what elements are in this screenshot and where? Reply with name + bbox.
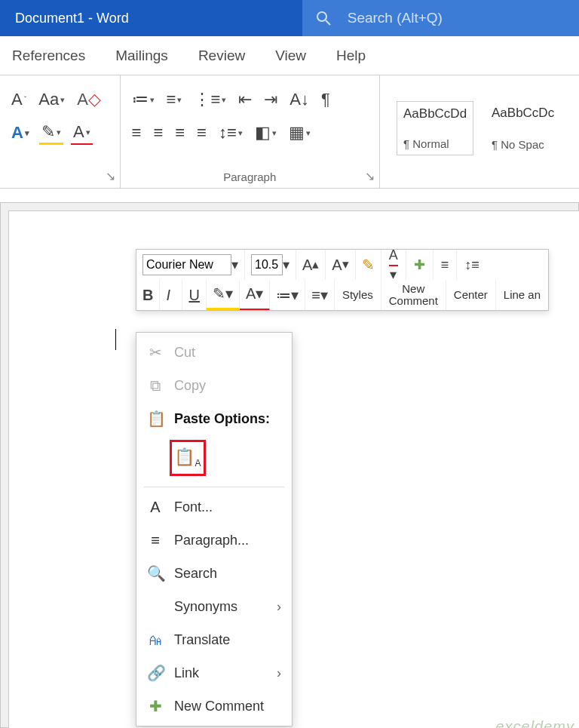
style-name: ¶ Normal bbox=[403, 137, 467, 150]
menu-cut[interactable]: ✂ Cut bbox=[136, 336, 292, 369]
mini-toolbar: ▾ ▾ A▴ A▾ ✎ A▾ ✚ ≡ ↕≡ B I U ✎▾ bbox=[136, 249, 549, 311]
paste-icon: 📋 bbox=[147, 410, 164, 428]
bullets-icon[interactable]: ≔▾ bbox=[130, 88, 157, 111]
menu-label: Synonyms bbox=[174, 599, 237, 615]
paragraph-group-launcher-icon[interactable]: ↘ bbox=[365, 169, 375, 183]
text-cursor bbox=[115, 329, 116, 350]
tab-mailings[interactable]: Mailings bbox=[112, 43, 171, 69]
increase-indent-icon[interactable]: ⇥ bbox=[262, 88, 280, 111]
numbering-icon[interactable]: ≡▾ bbox=[164, 88, 185, 111]
new-comment-button[interactable]: ✚ bbox=[406, 250, 433, 280]
search-placeholder: Search (Alt+Q) bbox=[348, 10, 443, 26]
multilevel-list-icon[interactable]: ⋮≡▾ bbox=[191, 88, 228, 111]
font-group-launcher-icon[interactable]: ↘ bbox=[106, 169, 115, 183]
bold-button[interactable]: B bbox=[136, 280, 160, 310]
style-normal[interactable]: AaBbCcDd ¶ Normal bbox=[397, 101, 473, 155]
borders-icon[interactable]: ▦▾ bbox=[286, 121, 313, 144]
bullets-button[interactable]: ≔▾ bbox=[270, 280, 305, 310]
document-page[interactable]: ▾ ▾ A▴ A▾ ✎ A▾ ✚ ≡ ↕≡ B I U ✎▾ bbox=[8, 210, 579, 728]
menu-synonyms[interactable]: Synonyms › bbox=[136, 590, 292, 623]
ribbon-tab-row: References Mailings Review View Help bbox=[0, 36, 579, 75]
highlight-button[interactable]: ✎▾ bbox=[207, 280, 240, 310]
svg-point-0 bbox=[317, 12, 326, 21]
menu-label: Font... bbox=[174, 499, 213, 515]
style-name: ¶ No Spac bbox=[492, 138, 556, 151]
comment-icon: ✚ bbox=[414, 256, 425, 273]
center-button[interactable]: ≡ bbox=[433, 250, 458, 280]
menu-label: Paragraph... bbox=[174, 533, 249, 548]
sort-icon[interactable]: A↓ bbox=[287, 88, 311, 111]
font-name-input[interactable] bbox=[142, 254, 231, 275]
font-name-cell: ▾ bbox=[136, 250, 245, 280]
tab-review[interactable]: Review bbox=[195, 43, 248, 69]
document-area: ▾ ▾ A▴ A▾ ✎ A▾ ✚ ≡ ↕≡ B I U ✎▾ bbox=[0, 202, 579, 728]
center-label[interactable]: Center bbox=[446, 280, 496, 310]
font-color-icon[interactable]: A▾ bbox=[71, 121, 93, 145]
title-bar: Document1 - Word Search (Alt+Q) bbox=[0, 0, 579, 36]
decrease-indent-icon[interactable]: ⇤ bbox=[236, 88, 254, 111]
menu-link[interactable]: 🔗 Link › bbox=[136, 656, 292, 690]
align-left-icon[interactable]: ≡ bbox=[130, 121, 144, 144]
menu-label: Copy bbox=[174, 378, 206, 394]
styles-button[interactable]: Styles bbox=[335, 280, 381, 310]
highlight-icon[interactable]: ✎▾ bbox=[39, 121, 63, 145]
ribbon-group-paragraph: ≔▾ ≡▾ ⋮≡▾ ⇤ ⇥ A↓ ¶ ≡ ≡ ≡ ≡ ↕≡▾ ◧▾ ▦▾ Par… bbox=[121, 75, 380, 188]
underline-button[interactable]: U bbox=[182, 280, 206, 310]
style-no-spacing[interactable]: AaBbCcDc ¶ No Spac bbox=[486, 101, 562, 155]
paragraph-group-label: Paragraph bbox=[130, 170, 370, 188]
new-comment-label[interactable]: New Comment bbox=[381, 280, 446, 310]
text-effects-icon[interactable]: A▾ bbox=[9, 121, 32, 144]
menu-label: Link bbox=[174, 665, 199, 681]
change-case-icon[interactable]: Aa▾ bbox=[36, 88, 67, 111]
menu-translate[interactable]: 🗛 Translate bbox=[136, 623, 292, 656]
tab-help[interactable]: Help bbox=[333, 43, 369, 69]
tab-references[interactable]: References bbox=[9, 43, 88, 69]
line-spacing-button[interactable]: ↕≡ bbox=[457, 250, 487, 280]
copy-icon: ⧉ bbox=[147, 377, 164, 395]
paste-text-only-icon: 📋A bbox=[174, 447, 201, 468]
svg-line-1 bbox=[326, 20, 330, 25]
menu-label: Paste Options: bbox=[174, 411, 270, 427]
justify-icon[interactable]: ≡ bbox=[195, 121, 209, 144]
shading-icon[interactable]: ◧▾ bbox=[253, 121, 279, 144]
document-title: Document1 - Word bbox=[0, 11, 144, 26]
watermark: exceldemy bbox=[495, 718, 574, 728]
clear-formatting-icon[interactable]: A◇ bbox=[75, 88, 103, 111]
line-spacing-icon[interactable]: ↕≡▾ bbox=[216, 121, 245, 144]
paste-keep-text-only-button[interactable]: 📋A bbox=[170, 440, 206, 476]
menu-new-comment[interactable]: ✚ New Comment bbox=[136, 690, 292, 723]
ribbon-group-font: Aˇ Aa▾ A◇ A▾ ✎▾ A▾ ↘ bbox=[0, 75, 121, 188]
style-preview: AaBbCcDd bbox=[403, 106, 467, 121]
font-size-cell: ▾ bbox=[245, 250, 296, 280]
grow-font-button[interactable]: A▴ bbox=[296, 250, 326, 280]
search-icon bbox=[316, 11, 331, 26]
font-color-split[interactable]: A▾ bbox=[381, 250, 406, 280]
menu-label: Cut bbox=[174, 345, 195, 361]
menu-copy[interactable]: ⧉ Copy bbox=[136, 369, 292, 402]
style-preview: AaBbCcDc bbox=[492, 106, 556, 121]
translate-icon: 🗛 bbox=[147, 631, 164, 649]
menu-label: Translate bbox=[174, 632, 230, 648]
align-center-icon[interactable]: ≡ bbox=[151, 121, 165, 144]
menu-paste-options-header: 📋 Paste Options: bbox=[136, 402, 292, 435]
chevron-right-icon: › bbox=[277, 599, 281, 615]
line-spacing-label[interactable]: Line an bbox=[496, 280, 548, 310]
chevron-right-icon: › bbox=[277, 665, 281, 681]
font-color-button[interactable]: A▾ bbox=[240, 280, 270, 310]
format-painter-button[interactable]: ✎ bbox=[356, 250, 381, 280]
tab-view[interactable]: View bbox=[272, 43, 309, 69]
menu-font[interactable]: A Font... bbox=[136, 490, 292, 524]
dropdown-icon[interactable]: ▾ bbox=[231, 256, 238, 273]
numbering-button[interactable]: ≡▾ bbox=[305, 280, 335, 310]
shrink-font-button[interactable]: A▾ bbox=[326, 250, 355, 280]
search-bar[interactable]: Search (Alt+Q) bbox=[302, 0, 579, 36]
italic-button[interactable]: I bbox=[160, 280, 182, 310]
menu-search[interactable]: 🔍 Search bbox=[136, 557, 292, 590]
grow-font-icon[interactable]: Aˇ bbox=[9, 88, 29, 111]
dropdown-icon[interactable]: ▾ bbox=[283, 256, 290, 273]
menu-paragraph[interactable]: ≡ Paragraph... bbox=[136, 524, 292, 557]
align-right-icon[interactable]: ≡ bbox=[173, 121, 187, 144]
show-marks-icon[interactable]: ¶ bbox=[319, 88, 332, 111]
ribbon: Aˇ Aa▾ A◇ A▾ ✎▾ A▾ ↘ ≔▾ ≡▾ ⋮≡▾ ⇤ ⇥ A↓ ¶ … bbox=[0, 75, 579, 189]
font-size-input[interactable] bbox=[251, 254, 283, 275]
